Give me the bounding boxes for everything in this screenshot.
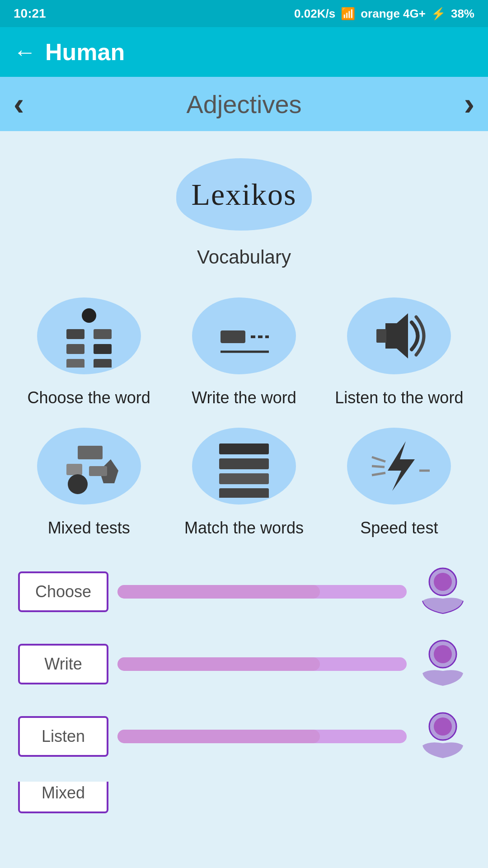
progress-section: Choose Write <box>18 565 470 831</box>
svg-rect-16 <box>89 466 107 476</box>
brand-text: Lexikos <box>191 177 296 212</box>
svg-point-27 <box>434 573 452 591</box>
write-progress-bar <box>117 657 407 671</box>
app-header: ← Human <box>0 27 488 77</box>
choose-progress-badge <box>416 565 470 619</box>
test-label-speed-test: Speed test <box>360 519 438 538</box>
svg-rect-6 <box>94 359 112 368</box>
test-label-write-word: Write the word <box>192 388 296 407</box>
test-icon-speed-test <box>343 421 455 511</box>
test-icon-mixed-tests <box>33 421 145 511</box>
test-label-choose-word: Choose the word <box>28 388 150 407</box>
svg-rect-13 <box>66 464 82 475</box>
progress-row-listen: Listen <box>18 709 470 764</box>
prev-category-button[interactable]: ‹ <box>14 88 24 120</box>
test-item-choose-word[interactable]: Choose the word <box>18 291 160 407</box>
svg-rect-1 <box>66 329 84 339</box>
brand-container[interactable]: Lexikos <box>167 149 321 240</box>
category-title: Adjectives <box>186 90 301 119</box>
category-nav: ‹ Adjectives › <box>0 77 488 131</box>
battery-label: 38% <box>451 7 474 21</box>
test-item-speed-test[interactable]: Speed test <box>328 421 470 538</box>
svg-point-0 <box>82 308 96 323</box>
test-item-match-words[interactable]: Match the words <box>173 421 314 538</box>
carrier-label: orange 4G+ <box>361 7 426 21</box>
network-speed: 0.02K/s <box>294 7 335 21</box>
choose-word-icon <box>53 304 125 368</box>
svg-rect-3 <box>66 344 84 354</box>
choose-badge-icon <box>416 565 470 619</box>
svg-line-24 <box>372 473 385 475</box>
write-badge-icon <box>416 637 470 691</box>
svg-marker-10 <box>385 313 408 359</box>
listen-word-icon <box>363 304 435 368</box>
back-button[interactable]: ← <box>14 39 36 65</box>
charging-icon: ⚡ <box>431 7 446 21</box>
test-item-write-word[interactable]: Write the word <box>173 291 314 407</box>
listen-progress-button[interactable]: Listen <box>18 716 108 757</box>
status-right: 0.02K/s 📶 orange 4G+ ⚡ 38% <box>294 7 474 21</box>
svg-rect-17 <box>219 443 269 454</box>
status-time: 10:21 <box>14 6 46 21</box>
svg-rect-5 <box>66 359 84 368</box>
vocabulary-section: Lexikos Vocabulary <box>18 149 470 268</box>
choose-progress-bar <box>117 585 407 599</box>
write-progress-fill <box>117 657 320 671</box>
signal-icon: 📶 <box>341 7 355 21</box>
app-title: Human <box>45 38 125 66</box>
listen-progress-bar <box>117 730 407 743</box>
svg-point-31 <box>434 717 452 736</box>
choose-progress-fill <box>117 585 320 599</box>
svg-point-29 <box>434 645 452 663</box>
listen-progress-fill <box>117 730 320 743</box>
progress-row-write: Write <box>18 637 470 691</box>
test-icon-choose-word <box>33 291 145 381</box>
test-grid: Choose the word Write the word <box>18 291 470 538</box>
main-content: Lexikos Vocabulary Choos <box>0 131 488 831</box>
write-progress-badge <box>416 637 470 691</box>
svg-point-15 <box>68 474 88 494</box>
svg-line-22 <box>372 457 385 462</box>
next-category-button[interactable]: › <box>464 88 474 120</box>
test-label-mixed-tests: Mixed tests <box>48 519 130 538</box>
speed-test-icon <box>363 434 435 498</box>
svg-rect-18 <box>219 458 269 469</box>
mixed-progress-button[interactable]: Mixed <box>18 782 108 813</box>
write-progress-button[interactable]: Write <box>18 644 108 684</box>
test-icon-match-words <box>188 421 300 511</box>
svg-rect-4 <box>94 344 112 354</box>
listen-progress-badge <box>416 709 470 764</box>
mixed-tests-icon <box>53 434 125 498</box>
choose-progress-button[interactable]: Choose <box>18 571 108 612</box>
progress-row-mixed-partial: Mixed <box>18 782 470 813</box>
status-bar: 10:21 0.02K/s 📶 orange 4G+ ⚡ 38% <box>0 0 488 27</box>
test-label-match-words: Match the words <box>184 519 304 538</box>
write-word-icon <box>208 304 280 368</box>
svg-rect-7 <box>221 330 245 343</box>
svg-rect-12 <box>78 446 103 459</box>
svg-rect-11 <box>376 329 386 343</box>
listen-badge-icon <box>416 709 470 764</box>
match-words-icon <box>208 434 280 498</box>
svg-rect-20 <box>219 488 269 498</box>
svg-marker-21 <box>388 441 415 491</box>
test-item-listen-word[interactable]: Listen to the word <box>328 291 470 407</box>
test-icon-listen-word <box>343 291 455 381</box>
progress-row-choose: Choose <box>18 565 470 619</box>
test-icon-write-word <box>188 291 300 381</box>
test-item-mixed-tests[interactable]: Mixed tests <box>18 421 160 538</box>
vocabulary-label: Vocabulary <box>197 246 291 268</box>
svg-rect-19 <box>219 473 269 484</box>
svg-line-23 <box>372 466 385 467</box>
test-label-listen-word: Listen to the word <box>335 388 463 407</box>
svg-rect-2 <box>94 329 112 339</box>
